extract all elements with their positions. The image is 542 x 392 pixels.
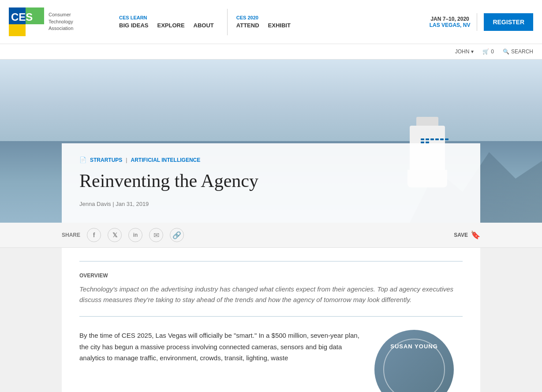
article-paragraph-1: By the time of CES 2025, Las Vegas will … (79, 330, 361, 364)
author-circle: SUSAN YOUNG (374, 330, 454, 392)
author-image-area: SUSAN YOUNG (374, 330, 463, 392)
user-name: JOHN (455, 49, 470, 55)
article-content: OVERVIEW Technology's impact on the adve… (62, 248, 480, 392)
nav-section-divider (227, 9, 228, 35)
nav-about[interactable]: ABOUT (194, 22, 214, 29)
nav-big-ideas[interactable]: BIG IDEAS (119, 22, 148, 29)
article-body-text: By the time of CES 2025, Las Vegas will … (79, 330, 361, 364)
nav-attend[interactable]: ATTEND (236, 22, 259, 29)
ship-window (426, 138, 429, 140)
tag-ai[interactable]: ARTIFICIAL INTELLIGENCE (131, 157, 200, 163)
nav-learn-group: CES LEARN BIG IDEAS EXPLORE ABOUT (119, 15, 214, 29)
nav-learn-section: CES LEARN BIG IDEAS EXPLORE ABOUT (119, 0, 218, 44)
share-twitter[interactable]: 𝕏 (108, 228, 122, 242)
ces-logo[interactable]: CES (9, 7, 44, 36)
ship-windows (421, 138, 452, 143)
hero-banner: 📄 STRARTUPS | ARTIFICIAL INTELLIGENCE Re… (0, 60, 542, 223)
share-bar: SHARE f 𝕏 in ✉ 🔗 SAVE 🔖 (0, 223, 542, 248)
author-name-display: SUSAN YOUNG (374, 343, 454, 350)
hero-sky (0, 60, 542, 149)
event-location: LAS VEGAS, NV (430, 22, 471, 28)
svg-text:CES: CES (11, 11, 33, 23)
user-dropdown-icon: ▾ (471, 49, 474, 55)
tag-separator: | (126, 157, 127, 163)
header-right-divider (477, 13, 477, 31)
nav-ces2020-label: CES 2020 (236, 15, 291, 20)
article-author: Jenna Davis (79, 201, 111, 207)
bookmark-icon: 🔖 (471, 230, 480, 240)
email-icon: ✉ (153, 231, 159, 239)
header-right: JAN 7–10, 2020 LAS VEGAS, NV REGISTER (430, 13, 533, 31)
user-menu[interactable]: JOHN ▾ (455, 49, 474, 55)
facebook-icon: f (93, 231, 95, 239)
cart-icon: 🛒 (482, 49, 489, 55)
search-nav-item[interactable]: 🔍 SEARCH (503, 49, 533, 55)
article-tags: 📄 STRARTUPS | ARTIFICIAL INTELLIGENCE (79, 157, 463, 163)
secondary-nav: JOHN ▾ 🛒 0 🔍 SEARCH (0, 44, 542, 60)
nav-ces2020-section: CES 2020 ATTEND EXHIBIT (236, 0, 295, 44)
ship-window (421, 138, 424, 140)
ship-bridge (416, 117, 438, 126)
overview-top-divider (79, 261, 463, 261)
article-meta: Jenna Davis | Jan 31, 2019 (79, 201, 463, 207)
search-label: SEARCH (511, 49, 533, 55)
share-icons: f 𝕏 in ✉ 🔗 (87, 228, 184, 242)
overview-label: OVERVIEW (79, 273, 463, 279)
article-date: Jan 31, 2019 (116, 201, 149, 207)
nav-learn-label: CES LEARN (119, 15, 214, 20)
share-linkedin[interactable]: in (128, 228, 142, 242)
search-icon: 🔍 (503, 49, 509, 55)
share-link[interactable]: 🔗 (170, 228, 184, 242)
share-email[interactable]: ✉ (149, 228, 163, 242)
article-title: Reinventing the Agency (79, 170, 463, 192)
save-label: SAVE (454, 232, 468, 238)
nav-ces2020-group: CES 2020 ATTEND EXHIBIT (236, 15, 291, 29)
nav-explore[interactable]: EXPLORE (157, 22, 184, 29)
cart-icon-area[interactable]: 🛒 0 (482, 49, 494, 55)
ship-window (440, 138, 444, 140)
register-button[interactable]: REGISTER (484, 13, 533, 31)
overview-bottom-divider (79, 316, 463, 317)
ship-window (430, 138, 434, 140)
twitter-icon: 𝕏 (112, 231, 117, 239)
ship-window (435, 138, 439, 140)
share-facebook[interactable]: f (87, 228, 101, 242)
event-date-info: JAN 7–10, 2020 LAS VEGAS, NV (430, 16, 471, 28)
article-body: By the time of CES 2025, Las Vegas will … (79, 330, 463, 392)
article-tag-icon: 📄 (79, 157, 86, 163)
main-header: CES Consumer Technology Association CES … (0, 0, 542, 44)
event-date: JAN 7–10, 2020 (430, 16, 471, 22)
ship-window (445, 138, 449, 140)
linkedin-icon: in (133, 232, 138, 238)
link-icon: 🔗 (172, 231, 181, 239)
overview-text: Technology's impact on the advertising i… (79, 284, 463, 305)
save-button[interactable]: SAVE 🔖 (454, 230, 480, 240)
logo-text: Consumer Technology Association (49, 11, 73, 32)
logo-area: CES Consumer Technology Association (9, 7, 106, 36)
share-label: SHARE (62, 232, 80, 238)
article-hero-card: 📄 STRARTUPS | ARTIFICIAL INTELLIGENCE Re… (62, 143, 480, 223)
nav-exhibit[interactable]: EXHIBIT (268, 22, 291, 29)
cart-count: 0 (491, 49, 494, 55)
svg-marker-2 (9, 24, 26, 36)
tag-startups[interactable]: STRARTUPS (90, 157, 122, 163)
